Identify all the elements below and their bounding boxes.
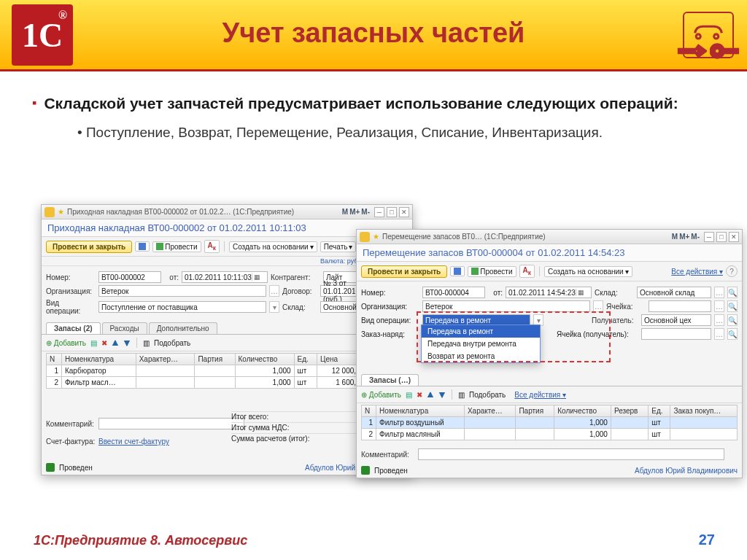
table-row[interactable]: 1 Карбюратор 1,000 шт 12 000,00 12 000 bbox=[47, 365, 408, 377]
col-quantity[interactable]: Количество bbox=[235, 354, 294, 365]
tab-stocks[interactable]: Запасы (…) bbox=[361, 374, 419, 386]
label-date: от: bbox=[488, 289, 503, 297]
select-button[interactable]: … bbox=[714, 314, 724, 326]
table-row[interactable]: 1 Фильтр воздушный 1,000 шт bbox=[362, 417, 738, 429]
delete-row-button[interactable]: ✖ bbox=[101, 339, 107, 347]
field-number[interactable]: ВТ00-000002 bbox=[98, 271, 161, 283]
add-row-button[interactable]: ⊕ Добавить bbox=[46, 339, 86, 347]
copy-row-button[interactable]: ▤ bbox=[90, 339, 97, 347]
post-button[interactable]: Провести bbox=[152, 241, 201, 252]
toolbar-m-buttons[interactable]: MM+M- bbox=[672, 233, 700, 241]
save-button[interactable] bbox=[450, 266, 465, 276]
field-org[interactable]: Ветерок bbox=[422, 300, 590, 312]
col-characteristic[interactable]: Характе… bbox=[464, 405, 515, 417]
select-button[interactable]: … bbox=[269, 285, 279, 297]
label-contragent: Контрагент: bbox=[271, 273, 320, 281]
barcode-icon[interactable]: ▥ bbox=[458, 391, 465, 399]
dt-kt-button[interactable]: Ак bbox=[519, 265, 535, 278]
select-button[interactable]: … bbox=[714, 300, 724, 312]
move-down-button[interactable]: ⯆ bbox=[123, 339, 131, 347]
field-date[interactable]: 01.02.2011 10:11:03▦ bbox=[182, 271, 268, 283]
all-actions-link[interactable]: Все действия ▾ bbox=[514, 391, 566, 399]
col-quantity[interactable]: Количество bbox=[554, 405, 611, 417]
dropdown-option[interactable]: Возврат из ремонта bbox=[422, 350, 540, 362]
move-up-button[interactable]: ⯅ bbox=[427, 391, 434, 399]
add-row-button[interactable]: ⊕ Добавить bbox=[361, 391, 401, 399]
op-type-dropdown[interactable]: Передача в ремонт Передача внутри ремонт… bbox=[421, 324, 541, 363]
close-button[interactable]: ✕ bbox=[399, 207, 409, 217]
field-cell-receiver[interactable] bbox=[641, 328, 711, 340]
col-n[interactable]: N bbox=[47, 354, 62, 365]
field-number[interactable]: ВТ00-000004 bbox=[422, 287, 485, 298]
select-button[interactable]: … bbox=[714, 328, 724, 340]
form-header: Номер: ВТ00-000004 от: 01.02.2011 14:54:… bbox=[357, 281, 742, 345]
open-icon[interactable]: 🔍 bbox=[727, 328, 738, 340]
select-button[interactable]: … bbox=[593, 300, 603, 312]
barcode-icon[interactable]: ▥ bbox=[143, 339, 150, 347]
field-cell[interactable] bbox=[649, 300, 711, 312]
field-org[interactable]: Ветерок bbox=[98, 285, 266, 297]
col-unit[interactable]: Ед. bbox=[649, 405, 670, 417]
pick-button[interactable]: Подобрать bbox=[469, 391, 506, 399]
dt-kt-button[interactable]: Ак bbox=[204, 240, 220, 253]
items-grid[interactable]: N Номенклатура Характе… Партия Количеств… bbox=[361, 405, 738, 440]
all-actions-link[interactable]: Все действия ▾ bbox=[671, 268, 723, 276]
move-up-button[interactable]: ⯅ bbox=[112, 339, 119, 347]
tab-expenses[interactable]: Расходы bbox=[102, 322, 147, 334]
select-button[interactable]: … bbox=[714, 287, 724, 298]
tab-stocks[interactable]: Запасы (2) bbox=[46, 322, 101, 334]
table-row[interactable]: 2 Фильтр масляный 1,000 шт bbox=[362, 429, 738, 440]
col-unit[interactable]: Ед. bbox=[294, 354, 317, 365]
col-batch[interactable]: Партия bbox=[195, 354, 235, 365]
col-characteristic[interactable]: Характер… bbox=[136, 354, 195, 365]
star-icon[interactable]: ★ bbox=[373, 233, 379, 241]
save-button[interactable] bbox=[135, 241, 150, 252]
field-date[interactable]: 01.02.2011 14:54:23▦ bbox=[506, 287, 592, 298]
create-based-on-button[interactable]: Создать на основании ▾ bbox=[544, 266, 632, 277]
col-reserve[interactable]: Резерв bbox=[611, 405, 648, 417]
create-based-on-button[interactable]: Создать на основании ▾ bbox=[229, 241, 317, 252]
pick-button[interactable]: Подобрать bbox=[154, 339, 190, 347]
dropdown-icon[interactable]: ▾ bbox=[269, 301, 279, 313]
field-comment[interactable] bbox=[418, 448, 724, 460]
field-receiver[interactable]: Основной цех bbox=[641, 314, 711, 326]
items-grid[interactable]: N Номенклатура Характер… Партия Количест… bbox=[46, 353, 408, 389]
delete-row-button[interactable]: ✖ bbox=[417, 391, 422, 399]
titlebar[interactable]: ★ Перемещение запасов ВТ0… (1С:Предприят… bbox=[357, 230, 742, 244]
col-nomenclature[interactable]: Номенклатура bbox=[61, 354, 136, 365]
minimize-button[interactable]: ─ bbox=[374, 207, 384, 217]
open-icon[interactable]: 🔍 bbox=[727, 314, 738, 326]
help-icon[interactable]: ? bbox=[726, 265, 738, 277]
dropdown-option[interactable]: Передача в ремонт bbox=[422, 325, 540, 338]
star-icon[interactable]: ★ bbox=[58, 208, 64, 216]
minimize-button[interactable]: ─ bbox=[704, 232, 714, 242]
table-row[interactable]: 2 Фильтр масл… 1,000 шт 1 600,00 1 600,0 bbox=[47, 377, 408, 389]
date-picker-icon[interactable]: ▦ bbox=[576, 289, 586, 296]
date-picker-icon[interactable]: ▦ bbox=[252, 273, 262, 281]
field-op-type[interactable]: Поступление от поставщика bbox=[98, 301, 266, 313]
label-org: Организация: bbox=[361, 303, 419, 311]
enter-invoice-link[interactable]: Ввести счет-фактуру bbox=[98, 438, 169, 446]
bullet-main: Складской учет запчастей предусматривает… bbox=[32, 93, 715, 113]
post-and-close-button[interactable]: Провести и закрыть bbox=[46, 241, 132, 253]
titlebar[interactable]: ★ Приходная накладная ВТ00-000002 от 01.… bbox=[42, 205, 412, 219]
col-nomenclature[interactable]: Номенклатура bbox=[376, 405, 465, 417]
col-order[interactable]: Заказ покуп… bbox=[670, 405, 738, 417]
col-n[interactable]: N bbox=[362, 405, 376, 417]
maximize-button[interactable]: □ bbox=[716, 232, 727, 242]
post-button[interactable]: Провести bbox=[468, 266, 516, 277]
dropdown-option[interactable]: Передача внутри ремонта bbox=[422, 338, 540, 350]
toolbar-m-buttons[interactable]: MM+M- bbox=[342, 208, 370, 216]
maximize-button[interactable]: □ bbox=[387, 207, 397, 217]
move-down-button[interactable]: ⯆ bbox=[438, 391, 446, 399]
copy-row-button[interactable]: ▤ bbox=[406, 391, 412, 399]
col-batch[interactable]: Партия bbox=[516, 405, 554, 417]
field-warehouse[interactable]: Основной склад bbox=[637, 287, 711, 298]
open-icon[interactable]: 🔍 bbox=[727, 300, 738, 312]
post-and-close-button[interactable]: Провести и закрыть bbox=[361, 265, 447, 278]
tab-additional[interactable]: Дополнительно bbox=[149, 322, 217, 334]
close-button[interactable]: ✕ bbox=[729, 232, 739, 242]
open-icon[interactable]: 🔍 bbox=[727, 287, 738, 298]
print-button[interactable]: Печать ▾ bbox=[320, 241, 357, 252]
field-comment[interactable] bbox=[98, 418, 244, 429]
